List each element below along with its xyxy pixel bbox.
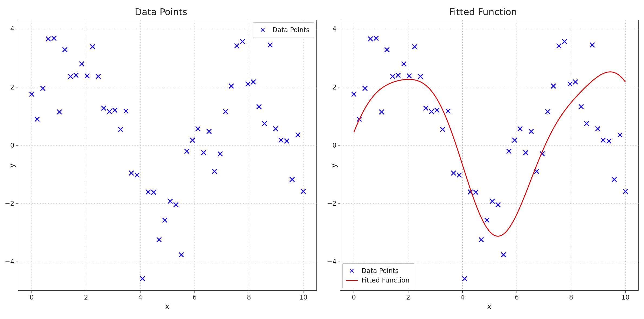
data-point	[107, 109, 112, 114]
data-point	[512, 138, 517, 142]
data-point	[595, 127, 600, 131]
data-point	[179, 252, 184, 257]
data-point	[362, 86, 367, 91]
data-point	[451, 171, 456, 175]
data-point	[229, 84, 234, 88]
svg-text:4: 4	[10, 25, 14, 33]
data-point	[562, 39, 567, 44]
svg-text:6: 6	[192, 294, 197, 301]
legend-entry-fitted-function: Fitted Function	[346, 276, 410, 285]
data-point	[129, 171, 134, 175]
left-xlabel: x	[18, 302, 317, 311]
left-plot-area: 0246810−4−2024 ✕ Data Points	[18, 20, 317, 291]
legend-label: Data Points	[272, 25, 309, 35]
svg-text:2: 2	[10, 84, 14, 91]
data-point	[374, 36, 378, 41]
svg-text:−4: −4	[327, 258, 336, 265]
data-point	[157, 237, 161, 242]
svg-text:−2: −2	[5, 200, 14, 207]
data-point	[385, 47, 389, 52]
data-point	[551, 84, 555, 88]
svg-text:2: 2	[84, 294, 88, 301]
data-point	[523, 150, 528, 155]
data-point	[440, 127, 445, 132]
data-point	[590, 43, 594, 47]
data-point	[612, 177, 616, 182]
data-point	[113, 108, 117, 112]
data-point	[102, 106, 106, 111]
data-point	[57, 110, 62, 114]
data-point	[118, 127, 123, 132]
plot-svg: 0246810−4−2024	[18, 20, 317, 291]
line-swatch-icon	[346, 277, 358, 284]
data-point	[246, 82, 250, 86]
data-point	[151, 190, 156, 195]
data-point	[251, 80, 256, 84]
data-point	[234, 44, 239, 48]
svg-text:2: 2	[332, 84, 336, 91]
legend-label: Fitted Function	[362, 276, 410, 285]
left-title: Data Points	[5, 6, 317, 17]
svg-text:0: 0	[30, 294, 34, 301]
data-point	[262, 121, 267, 126]
data-point	[162, 218, 167, 222]
data-point	[418, 74, 423, 79]
svg-text:10: 10	[621, 294, 630, 301]
data-point	[301, 189, 306, 194]
data-point	[273, 127, 278, 131]
data-point	[490, 199, 495, 204]
svg-text:4: 4	[332, 25, 336, 33]
data-point	[79, 62, 84, 66]
left-plot-wrap: y 0246810−4−2024 ✕ Data Points x	[5, 20, 317, 311]
plot-svg: 0246810−4−2024	[340, 20, 639, 291]
data-point	[296, 133, 300, 137]
data-point	[30, 92, 34, 97]
left-plot-col: 0246810−4−2024 ✕ Data Points x	[18, 20, 317, 311]
data-point	[568, 82, 572, 86]
data-point	[557, 44, 561, 48]
data-point	[579, 104, 583, 109]
data-point	[196, 127, 200, 131]
data-point	[496, 202, 500, 207]
data-point	[573, 80, 578, 84]
data-point	[74, 73, 78, 78]
data-point	[240, 39, 245, 44]
right-plot-wrap: y 0246810−4−2024 ✕ Data Points Fitted Fu…	[328, 20, 639, 311]
data-point	[201, 150, 206, 155]
svg-text:8: 8	[247, 294, 251, 301]
fitted-function-line	[354, 72, 625, 236]
svg-text:0: 0	[332, 142, 336, 149]
legend-entry-data-points: ✕ Data Points	[257, 25, 309, 35]
data-point	[429, 109, 434, 114]
figure: Data Points y 0246810−4−2024 ✕ Data Poin…	[0, 0, 644, 319]
data-point	[529, 129, 533, 134]
data-point	[446, 109, 450, 113]
x-marker-icon: ✕	[346, 268, 358, 274]
legend-entry-data-points: ✕ Data Points	[346, 266, 410, 276]
data-point	[190, 138, 195, 142]
data-point	[368, 36, 372, 41]
data-point	[623, 189, 627, 194]
data-point	[90, 44, 95, 49]
svg-text:−4: −4	[5, 258, 14, 265]
data-point	[401, 62, 406, 66]
data-point	[617, 133, 622, 137]
data-point	[218, 152, 223, 156]
data-point	[473, 190, 478, 195]
data-point	[423, 106, 428, 111]
svg-text:2: 2	[406, 294, 410, 301]
right-panel: Fitted Function y 0246810−4−2024 ✕ Data …	[328, 5, 639, 311]
data-point	[268, 43, 272, 47]
data-point	[41, 86, 45, 91]
data-point	[518, 127, 522, 131]
left-legend: ✕ Data Points	[253, 22, 314, 38]
data-point	[52, 36, 56, 41]
data-point	[479, 237, 483, 242]
data-point	[35, 117, 40, 121]
svg-text:−2: −2	[327, 200, 336, 207]
svg-text:6: 6	[515, 294, 519, 301]
data-point	[506, 149, 511, 154]
data-point	[584, 121, 589, 126]
data-point	[146, 190, 151, 194]
svg-text:0: 0	[10, 142, 14, 149]
